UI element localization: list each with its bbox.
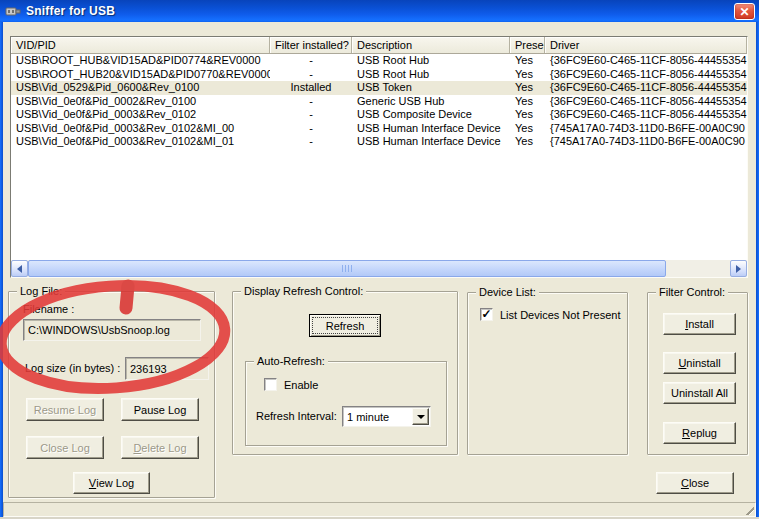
column-header-description[interactable]: Description — [352, 37, 510, 53]
cell-filter: - — [270, 135, 352, 149]
table-row-selected[interactable]: USB\Vid_0529&Pid_0600&Rev_0100 Installed… — [11, 81, 747, 95]
table-row[interactable]: USB\Vid_0e0f&Pid_0002&Rev_0100 - Generic… — [11, 95, 747, 109]
cell-present: Yes — [510, 54, 545, 68]
cell-filter: - — [270, 54, 352, 68]
window-frame-left — [0, 22, 3, 519]
cell-filter: - — [270, 68, 352, 82]
log-size-value: 236193 — [130, 363, 167, 375]
filename-field[interactable]: C:\WINDOWS\UsbSnoop.log — [23, 319, 201, 341]
auto-refresh-group: Auto-Refresh: Enable Refresh Interval: 1… — [245, 361, 447, 446]
cell-vid-pid: USB\ROOT_HUB20&VID15AD&PID0770&REV0000 — [11, 68, 270, 82]
column-header-filter-installed[interactable]: Filter installed? — [270, 37, 352, 53]
right-arrow-icon — [736, 265, 741, 273]
scroll-right-arrow[interactable] — [730, 260, 747, 277]
horizontal-scrollbar[interactable] — [11, 260, 747, 277]
list-devices-not-present-label: List Devices Not Present — [500, 309, 620, 321]
checkmark-icon: ✓ — [481, 308, 491, 320]
cell-vid-pid: USB\Vid_0e0f&Pid_0003&Rev_0102&MI_01 — [11, 135, 270, 149]
cell-driver: {36FC9E60-C465-11CF-8056-44455354 — [545, 81, 747, 95]
cell-filter: - — [270, 108, 352, 122]
close-window-button[interactable]: ✕ — [734, 3, 755, 20]
display-refresh-group-label: Display Refresh Control: — [241, 285, 366, 297]
scrollbar-thumb[interactable] — [28, 260, 666, 277]
log-size-field[interactable]: 236193 — [125, 357, 209, 380]
cell-present: Yes — [510, 135, 545, 149]
cell-driver: {745A17A0-74D3-11D0-B6FE-00A0C90 — [545, 135, 747, 149]
filter-control-group: Filter Control: Install Uninstall Uninst… — [647, 292, 748, 455]
close-log-button[interactable]: Close Log — [26, 436, 104, 459]
cell-description: USB Human Interface Device — [352, 135, 510, 149]
cell-present: Yes — [510, 108, 545, 122]
enable-label: Enable — [284, 379, 318, 391]
cell-vid-pid: USB\Vid_0e0f&Pid_0003&Rev_0102 — [11, 108, 270, 122]
cell-description: USB Root Hub — [352, 54, 510, 68]
cell-driver: {36FC9E60-C465-11CF-8056-44455354 — [545, 95, 747, 109]
column-header-vid-pid[interactable]: VID/PID — [11, 37, 270, 53]
device-listview: VID/PID Filter installed? Description Pr… — [10, 36, 748, 278]
cell-present: Yes — [510, 68, 545, 82]
enable-checkbox[interactable] — [264, 378, 277, 391]
chevron-down-icon — [417, 415, 425, 419]
log-size-label: Log size (in bytes) : — [25, 362, 120, 374]
cell-present: Yes — [510, 95, 545, 109]
app-window: Sniffer for USB ✕ VID/PID Filter install… — [0, 0, 759, 519]
filename-value: C:\WINDOWS\UsbSnoop.log — [28, 324, 170, 336]
cell-description: USB Human Interface Device — [352, 122, 510, 136]
cell-driver: {745A17A0-74D3-11D0-B6FE-00A0C90 — [545, 122, 747, 136]
filename-label: Filename : — [23, 303, 74, 315]
refresh-interval-dropdown[interactable]: 1 minute — [342, 406, 431, 427]
app-icon — [5, 4, 21, 18]
resize-grip[interactable] — [742, 503, 754, 515]
uninstall-all-button[interactable]: Uninstall All — [663, 382, 736, 404]
refresh-interval-label: Refresh Interval: — [256, 410, 337, 422]
table-row[interactable]: USB\Vid_0e0f&Pid_0003&Rev_0102&MI_00 - U… — [11, 122, 747, 136]
column-header-present[interactable]: Present — [510, 37, 545, 53]
cell-vid-pid: USB\Vid_0e0f&Pid_0003&Rev_0102&MI_00 — [11, 122, 270, 136]
uninstall-button[interactable]: Uninstall — [663, 352, 736, 374]
cell-driver: {36FC9E60-C465-11CF-8056-44455354 — [545, 54, 747, 68]
statusbar — [3, 502, 756, 517]
delete-log-button[interactable]: Delete Log — [121, 436, 199, 459]
left-arrow-icon — [17, 265, 22, 273]
column-header-driver[interactable]: Driver — [545, 37, 747, 53]
table-row[interactable]: USB\ROOT_HUB20&VID15AD&PID0770&REV0000 -… — [11, 68, 747, 82]
cell-vid-pid: USB\Vid_0e0f&Pid_0002&Rev_0100 — [11, 95, 270, 109]
listview-body: USB\ROOT_HUB&VID15AD&PID0774&REV0000 - U… — [11, 54, 747, 260]
cell-vid-pid: USB\ROOT_HUB&VID15AD&PID0774&REV0000 — [11, 54, 270, 68]
view-log-button[interactable]: View Log — [73, 472, 150, 494]
log-file-group: Log File: Filename : C:\WINDOWS\UsbSnoop… — [8, 291, 215, 498]
table-row[interactable]: USB\Vid_0e0f&Pid_0003&Rev_0102 - USB Com… — [11, 108, 747, 122]
log-file-group-label: Log File: — [17, 285, 65, 297]
auto-refresh-group-label: Auto-Refresh: — [254, 355, 328, 367]
replug-button[interactable]: Replug — [663, 422, 736, 444]
pause-log-button[interactable]: Pause Log — [121, 398, 199, 421]
table-row[interactable]: USB\Vid_0e0f&Pid_0003&Rev_0102&MI_01 - U… — [11, 135, 747, 149]
cell-description: Generic USB Hub — [352, 95, 510, 109]
close-dialog-button[interactable]: Close — [656, 472, 734, 494]
display-refresh-group: Display Refresh Control: Refresh Auto-Re… — [232, 291, 458, 455]
cell-description: USB Root Hub — [352, 68, 510, 82]
cell-filter: - — [270, 95, 352, 109]
filter-control-group-label: Filter Control: — [656, 286, 728, 298]
scroll-left-arrow[interactable] — [11, 260, 28, 277]
refresh-interval-value: 1 minute — [343, 411, 412, 423]
cell-filter: - — [270, 122, 352, 136]
cell-description: USB Token — [352, 81, 510, 95]
refresh-button[interactable]: Refresh — [309, 314, 381, 337]
cell-description: USB Composite Device — [352, 108, 510, 122]
resume-log-button[interactable]: Resume Log — [26, 398, 104, 421]
cell-present: Yes — [510, 122, 545, 136]
dropdown-arrow-button[interactable] — [412, 408, 429, 425]
thumb-grip-icon — [342, 265, 353, 272]
cell-driver: {36FC9E60-C465-11CF-8056-44455354 — [545, 68, 747, 82]
table-row[interactable]: USB\ROOT_HUB&VID15AD&PID0774&REV0000 - U… — [11, 54, 747, 68]
window-title: Sniffer for USB — [26, 4, 115, 18]
cell-present: Yes — [510, 81, 545, 95]
device-list-group: Device List: ✓ List Devices Not Present — [467, 292, 628, 455]
listview-header: VID/PID Filter installed? Description Pr… — [11, 37, 747, 54]
titlebar[interactable]: Sniffer for USB ✕ — [0, 0, 759, 22]
install-button[interactable]: Install — [663, 313, 736, 335]
list-devices-not-present-checkbox[interactable]: ✓ — [480, 308, 493, 321]
cell-filter: Installed — [270, 81, 352, 95]
cell-driver: {36FC9E60-C465-11CF-8056-44455354 — [545, 108, 747, 122]
